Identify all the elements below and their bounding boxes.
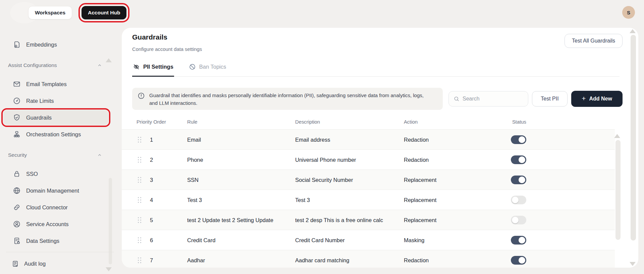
sidebar-item-domain-management[interactable]: Domain Management [3,183,108,198]
toggle-knob [519,156,525,163]
shield-check-icon [13,114,21,122]
toggle-knob [512,197,519,203]
orchestration-icon [13,130,21,138]
main-panel: Guardrails Configure account data settin… [122,28,638,268]
rule-cell: Aadhar [187,257,293,263]
tab-ban-topics[interactable]: Ban Topics [188,61,227,76]
description-cell: test 2 desp This is a free online calc [295,217,400,223]
action-cell: Redaction [404,156,429,163]
description-cell: Test 3 [295,197,400,203]
sidebar-item-embeddings[interactable]: Embeddings [3,37,108,52]
page-title: Guardrails [132,33,167,41]
description-cell: Email address [295,136,400,143]
description-cell: Social Security Number [295,177,400,183]
email-icon [13,80,21,88]
table-scroll-up-icon[interactable] [614,134,620,138]
sidebar-item-orchestration-settings[interactable]: Orchestration Settings [3,127,108,142]
drag-handle-icon[interactable] [138,137,141,142]
section-label: Assist Configurations [8,62,57,68]
table-row: 6Credit CardCredit Card NumberMasking [122,230,615,250]
globe-icon [13,187,21,195]
test-pii-button[interactable]: Test PII [532,91,568,107]
toggle-knob [519,237,525,244]
column-header-status: Status [512,119,526,125]
drag-handle-icon[interactable] [138,197,141,203]
priority-order-cell: 1 [150,136,153,143]
sidebar-item-label: Embeddings [26,42,57,48]
action-cell: Redaction [404,257,429,263]
action-cell: Replacement [404,217,436,223]
column-header-action: Action [404,119,418,125]
toggle-knob [519,257,525,264]
table-scrollbar[interactable] [615,140,621,240]
sidebar-item-label: Orchestration Settings [26,131,81,138]
priority-order-cell: 3 [150,177,153,183]
table-row: 1EmailEmail addressRedaction [122,129,615,149]
priority-order-cell: 5 [150,217,153,223]
sidebar-item-rate-limits[interactable]: Rate Limits [3,93,108,108]
rule-cell: Credit Card [187,237,293,243]
tab-pii-settings[interactable]: PII Settings [132,61,174,76]
status-toggle[interactable] [511,155,526,164]
sidebar-item-data-settings[interactable]: Data Settings [3,233,108,248]
sidebar-nav: EmbeddingsAssist ConfigurationsEmail Tem… [0,25,122,248]
info-banner: Guardrail that identifies and masks pers… [132,88,443,110]
drag-handle-icon[interactable] [138,157,141,162]
main-scroll-up-icon[interactable] [630,29,636,33]
audit-log-icon [11,260,19,268]
embeddings-icon [13,41,21,49]
description-cell: Aadhar card matching [295,257,400,263]
drag-handle-icon[interactable] [138,217,141,223]
sidebar-item-cloud-connector[interactable]: Cloud Connector [3,200,108,215]
rate-limits-icon [13,97,21,105]
chevron-up-icon [97,152,102,158]
priority-order-cell: 6 [150,237,153,243]
drag-handle-icon[interactable] [138,257,141,263]
table-row: 5test 2 Update test 2 Setting Updatetest… [122,210,615,230]
account-hub-button[interactable]: Account Hub [82,6,126,19]
sidebar-item-service-accounts[interactable]: Service Accounts [3,217,108,231]
status-toggle[interactable] [511,216,526,224]
tab-label: Ban Topics [199,64,226,70]
sidebar-item-guardrails[interactable]: Guardrails [3,110,108,125]
tab-label: PII Settings [143,64,173,70]
column-header-priority: Priority Order [137,119,166,125]
user-avatar[interactable]: S [622,6,635,19]
doc-lock-icon [13,237,21,245]
status-toggle[interactable] [511,256,526,265]
sidebar-item-email-templates[interactable]: Email Templates [3,77,108,91]
sidebar-item-label: Guardrails [26,115,52,121]
action-cell: Redaction [404,136,429,143]
table-row: 2PhoneUniversal Phone numberRedaction [122,149,615,169]
rule-cell: test 2 Update test 2 Setting Update [187,217,293,223]
ban-icon [189,63,196,70]
sidebar-item-sso[interactable]: SSO [3,166,108,181]
drag-handle-icon[interactable] [138,237,141,243]
sidebar-item-label: Data Settings [26,238,59,244]
status-toggle[interactable] [511,236,526,245]
table-header: Priority Order Rule Description Action S… [122,117,615,129]
add-new-button[interactable]: + Add New [571,91,623,107]
drag-handle-icon[interactable] [138,177,141,183]
sidebar-section-security[interactable]: Security [0,151,102,159]
status-toggle[interactable] [511,176,526,184]
main-scrollbar[interactable] [631,35,636,241]
table-body: 1EmailEmail addressRedaction2PhoneUniver… [122,129,615,268]
sidebar-section-assist-configurations[interactable]: Assist Configurations [0,61,102,69]
status-toggle[interactable] [511,196,526,204]
description-cell: Universal Phone number [295,156,400,163]
sidebar-scrollbar[interactable] [109,178,112,264]
workspaces-button[interactable]: Workspaces [28,6,72,19]
table-row: 7AadharAadhar card matchingRedaction [122,250,615,268]
main-scroll-down-icon[interactable] [630,262,636,266]
table-row: 4Test 3Test 3Replacement [122,190,615,210]
add-new-label: Add New [589,96,612,102]
priority-order-cell: 4 [150,197,153,203]
search-input[interactable] [463,96,516,102]
chevron-up-icon [97,63,102,68]
status-toggle[interactable] [511,135,526,144]
sidebar-scroll-up-icon[interactable] [106,58,112,62]
sidebar-item-audit-log[interactable]: Audit log [0,256,114,271]
test-all-guardrails-button[interactable]: Test All Guardrails [565,34,623,48]
eye-off-icon [133,63,140,70]
